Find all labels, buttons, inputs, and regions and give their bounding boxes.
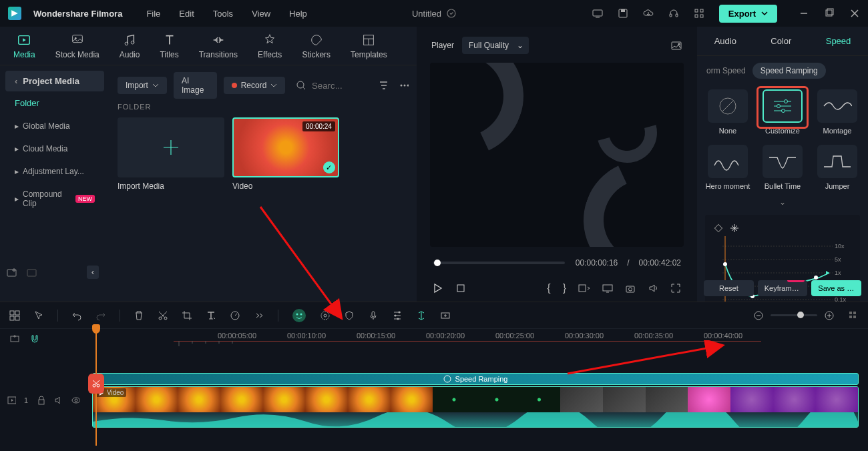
delete-icon[interactable]	[134, 310, 144, 321]
expand-presets[interactable]: ⌄	[697, 195, 868, 209]
sidebar-cloud[interactable]: ▸Cloud Media	[5, 137, 104, 160]
tab-media[interactable]: Media	[13, 33, 35, 59]
magnet-icon[interactable]	[29, 334, 40, 344]
text-tool-icon[interactable]	[206, 310, 216, 321]
mute-icon[interactable]	[53, 395, 63, 406]
search-icon[interactable]	[296, 80, 305, 91]
device-icon[interactable]	[592, 8, 603, 19]
menu-tools[interactable]: Tools	[213, 9, 233, 19]
keyframe-icon[interactable]	[713, 223, 724, 234]
mark-out-icon[interactable]: }	[563, 282, 566, 294]
sidebar-global[interactable]: ▸Global Media	[5, 115, 104, 137]
zoom-out-icon[interactable]	[753, 310, 764, 321]
speed-ramp-indicator[interactable]: Speed Ramping	[92, 373, 859, 385]
collapse-button[interactable]: ‹	[87, 266, 99, 279]
freeze-icon[interactable]	[729, 223, 740, 234]
progress-bar[interactable]	[433, 262, 565, 264]
cursor-icon[interactable]	[33, 310, 44, 321]
apps-icon[interactable]	[694, 8, 704, 19]
tab-titles[interactable]: Titles	[160, 33, 178, 59]
shield-icon[interactable]	[344, 310, 355, 321]
import-button[interactable]: Import	[118, 77, 167, 94]
rtab-audio[interactable]: Audio	[709, 36, 742, 46]
video-clip-card[interactable]: 00:00:24 ✓ Video	[232, 117, 339, 191]
sidebar-compound[interactable]: ▸Compound ClipNEW	[5, 183, 104, 215]
zoom-slider[interactable]	[771, 314, 817, 316]
crop-icon[interactable]	[182, 310, 192, 321]
tab-stickers[interactable]: Stickers	[302, 33, 331, 59]
new-folder-icon[interactable]	[7, 267, 17, 278]
lock-icon[interactable]	[36, 395, 45, 406]
more-tools-icon[interactable]	[254, 310, 264, 321]
sidebar-head[interactable]: ‹Project Media	[5, 71, 104, 91]
mixer-icon[interactable]	[392, 310, 403, 321]
rtab-speed[interactable]: Speed	[821, 36, 857, 46]
menu-help[interactable]: Help	[289, 9, 307, 19]
camera-icon[interactable]	[625, 283, 636, 294]
uniform-speed-label[interactable]: orm Speed	[706, 66, 746, 75]
headset-icon[interactable]	[668, 8, 679, 19]
save-icon[interactable]	[618, 8, 628, 19]
sidebar-folder[interactable]: Folder	[5, 91, 104, 115]
ai-image-button[interactable]: AI Image	[174, 72, 217, 99]
fullscreen-icon[interactable]	[670, 283, 681, 294]
export-button[interactable]: Export	[719, 5, 777, 23]
cut-handle[interactable]	[88, 374, 104, 394]
view-grid-icon[interactable]	[848, 310, 859, 321]
cloud-icon[interactable]	[643, 8, 654, 19]
menu-file[interactable]: File	[146, 9, 160, 19]
preset-customize[interactable]: Customize	[760, 89, 805, 135]
preset-montage[interactable]: Montage	[815, 89, 860, 135]
filter-icon[interactable]	[379, 80, 388, 91]
preset-jumper[interactable]: Jumper	[815, 145, 860, 191]
tab-audio[interactable]: Audio	[120, 33, 140, 59]
play-icon[interactable]	[433, 283, 443, 294]
stop-icon[interactable]	[455, 283, 466, 294]
maximize-icon[interactable]	[824, 8, 835, 19]
cut-icon[interactable]	[158, 310, 168, 321]
rtab-color[interactable]: Color	[765, 36, 797, 46]
import-media-card[interactable]: Import Media	[118, 117, 224, 191]
sidebar-adjustment[interactable]: ▸Adjustment Lay...	[5, 160, 104, 183]
keyframe-add-icon[interactable]	[440, 310, 451, 321]
snapshot-icon[interactable]	[670, 39, 682, 51]
display-icon[interactable]	[602, 283, 613, 294]
more-icon[interactable]	[399, 80, 409, 91]
menu-edit[interactable]: Edit	[179, 9, 194, 19]
menu-view[interactable]: View	[252, 9, 270, 19]
tab-stock[interactable]: Stock Media	[55, 33, 99, 59]
timeline-clip[interactable]: Video	[92, 386, 859, 428]
track-add-icon[interactable]	[9, 334, 20, 344]
speed-curve[interactable]: 10x 5x 1x 0.5x 0.1x	[710, 236, 855, 310]
tab-effects[interactable]: Effects	[258, 33, 282, 59]
folder-off-icon[interactable]	[27, 267, 37, 278]
search-input[interactable]	[312, 81, 372, 91]
speed-tool-icon[interactable]	[230, 310, 240, 321]
keyframe-button[interactable]: Keyframe P...NEW	[758, 280, 808, 296]
reset-button[interactable]: Reset	[704, 280, 754, 296]
ratio-icon[interactable]	[578, 283, 590, 294]
save-custom-button[interactable]: Save as cus...	[811, 280, 861, 296]
mic-icon[interactable]	[368, 310, 379, 321]
mark-in-icon[interactable]: {	[547, 282, 550, 294]
ai-assist-icon[interactable]	[292, 308, 306, 323]
tab-transitions[interactable]: Transitions	[199, 33, 238, 59]
quality-select[interactable]: Full Quality⌄	[462, 37, 529, 54]
layout-icon[interactable]	[9, 310, 20, 321]
preview-canvas[interactable]	[430, 63, 684, 247]
redo-icon[interactable]	[95, 310, 106, 321]
preset-none[interactable]: None	[705, 89, 750, 135]
visibility-icon[interactable]	[71, 395, 80, 406]
close-icon[interactable]	[849, 8, 860, 19]
color-wheel-icon[interactable]	[320, 310, 331, 321]
video-track-icon[interactable]	[7, 395, 16, 406]
tab-templates[interactable]: Templates	[351, 33, 387, 59]
undo-icon[interactable]	[71, 310, 82, 321]
volume-icon[interactable]	[648, 283, 658, 294]
speed-ramping-chip[interactable]: Speed Ramping	[752, 63, 826, 79]
preset-hero[interactable]: Hero moment	[705, 145, 750, 191]
record-button[interactable]: Record	[224, 77, 286, 94]
marker-icon[interactable]	[416, 310, 427, 321]
minimize-icon[interactable]	[799, 8, 809, 19]
zoom-in-icon[interactable]	[824, 310, 835, 321]
